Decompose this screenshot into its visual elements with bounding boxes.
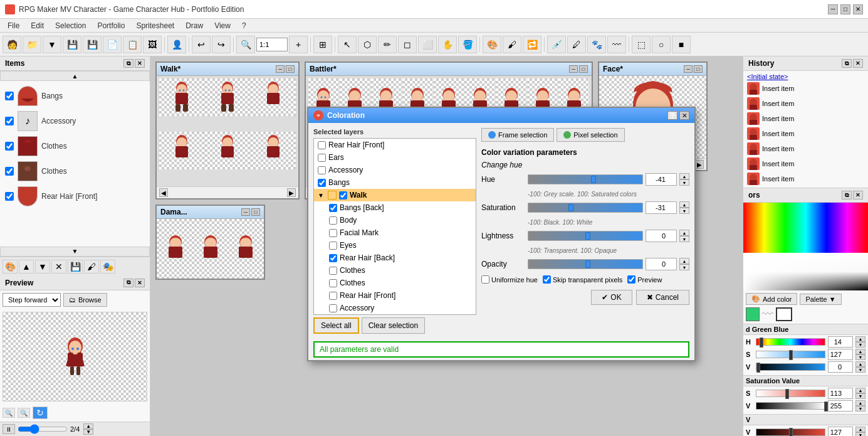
layer-item-rear-hair-front[interactable]: Rear Hair [Front] — [314, 139, 476, 151]
zoom-plus-button[interactable]: + — [289, 36, 308, 53]
play-button[interactable]: ↻ — [33, 407, 48, 419]
damage-restore[interactable]: □ — [251, 208, 260, 216]
s2-slider-track[interactable] — [756, 390, 825, 397]
layer-check-eyes[interactable] — [329, 242, 337, 250]
items-tool-up[interactable]: ▲ — [19, 260, 34, 274]
layer-check-accessory[interactable] — [318, 166, 326, 174]
preview-restore[interactable]: ⧉ — [123, 279, 133, 287]
h-up[interactable]: ▲ — [855, 336, 865, 342]
h-slider-track[interactable] — [756, 338, 825, 346]
lightness-slider-thumb[interactable] — [585, 232, 590, 240]
saturation-down-btn[interactable]: ▼ — [679, 208, 689, 214]
list-item-bangs[interactable]: Bangs — [3, 83, 147, 109]
walk-nav-left[interactable]: ◀ — [159, 188, 168, 197]
battler-restore[interactable]: □ — [579, 65, 588, 73]
menu-spritesheet[interactable]: Spritesheet — [131, 20, 179, 31]
circle-button[interactable]: ○ — [652, 36, 671, 53]
v2-slider-track[interactable] — [756, 402, 825, 410]
s-thumb[interactable] — [789, 350, 793, 360]
history-item-4[interactable]: Insert item — [745, 126, 867, 141]
layer-item-facial-mark[interactable]: Facial Mark — [314, 226, 476, 239]
zoom-out-preview[interactable]: 🔍 — [18, 408, 30, 418]
history-item-1[interactable]: Insert item — [745, 81, 867, 96]
opacity-value-input[interactable] — [646, 258, 677, 270]
minimize-button[interactable]: ─ — [828, 4, 838, 14]
v-thumb-1[interactable] — [756, 363, 760, 373]
grid-button[interactable]: ⊞ — [313, 36, 332, 53]
layer-check-ears[interactable] — [318, 154, 326, 162]
damage-minimize[interactable]: ─ — [241, 208, 250, 216]
save-as-button[interactable]: 💾 — [83, 36, 102, 53]
menu-help[interactable]: ? — [237, 20, 251, 31]
s2-up[interactable]: ▲ — [855, 388, 865, 393]
clear-selection-button[interactable]: Clear selection — [362, 317, 425, 334]
s-up[interactable]: ▲ — [855, 349, 865, 354]
skip-transparent-checkbox[interactable] — [543, 275, 551, 284]
checkbox-rear-hair[interactable] — [5, 192, 14, 201]
preview-close[interactable]: ✕ — [135, 279, 145, 287]
face-minimize[interactable]: ─ — [684, 65, 693, 73]
add-item-button[interactable]: 👤 — [167, 36, 186, 53]
smooth-button[interactable]: 〰 — [607, 36, 626, 53]
s-input[interactable] — [828, 349, 853, 360]
items-panel-restore[interactable]: ⧉ — [123, 59, 133, 68]
swatch-green[interactable] — [746, 307, 760, 321]
h-input[interactable] — [828, 336, 853, 348]
layer-item-clothes-2[interactable]: Clothes — [314, 277, 476, 289]
layer-check-bangs[interactable] — [318, 179, 326, 187]
items-tool-palette[interactable]: 🖌 — [84, 260, 99, 274]
lightness-value-input[interactable] — [646, 230, 677, 242]
layer-item-rear-hair-front-sub[interactable]: Rear Hair [Front] — [314, 289, 476, 302]
undo-button[interactable]: ↩ — [192, 36, 211, 53]
square-btn[interactable]: ■ — [672, 36, 691, 53]
layer-check-facial-mark[interactable] — [329, 229, 337, 237]
v3-down[interactable]: ▼ — [855, 432, 865, 436]
layer-item-rear-hair-back[interactable]: Rear Hair [Back] — [314, 252, 476, 264]
layer-item-bangs[interactable]: Bangs — [314, 176, 476, 189]
v3-slider-track[interactable] — [756, 428, 825, 436]
select-all-button[interactable]: Select all — [313, 317, 359, 334]
palette-button[interactable]: Palette ▼ — [800, 294, 841, 305]
items-tool-save[interactable]: 💾 — [68, 260, 83, 274]
stamp-button[interactable]: 🐾 — [587, 36, 606, 53]
v3-input[interactable] — [828, 427, 853, 436]
preview-timeline-slider[interactable] — [18, 424, 68, 434]
items-scroll-down[interactable]: ▼ — [0, 247, 150, 257]
folder-button[interactable]: 📋 — [123, 36, 142, 53]
layer-check-rear-hair-front-sub[interactable] — [329, 292, 337, 300]
colors-close[interactable]: ✕ — [853, 191, 863, 199]
layer-check-walk[interactable] — [339, 191, 347, 199]
list-item-accessory[interactable]: ♪ Accessory — [3, 109, 147, 134]
frame-up-btn[interactable]: ▲ — [83, 423, 93, 429]
save-all-button[interactable]: 📄 — [103, 36, 122, 53]
list-item-clothes1[interactable]: Clothes — [3, 134, 147, 159]
menu-view[interactable]: View — [209, 20, 236, 31]
add-color-button[interactable]: 🎨 Add color — [746, 293, 797, 305]
frame-selection-tab[interactable]: Frame selection — [481, 128, 554, 142]
checkbox-clothes1[interactable] — [5, 142, 14, 151]
history-item-7[interactable]: Insert item — [745, 171, 867, 186]
list-item-rear-hair[interactable]: Rear Hair [Front] — [3, 184, 147, 209]
hue-up-btn[interactable]: ▲ — [679, 173, 689, 179]
v-input-1[interactable] — [828, 361, 853, 373]
walk-nav-right[interactable]: ▶ — [287, 188, 296, 197]
v1-up[interactable]: ▲ — [855, 361, 865, 367]
history-item-3[interactable]: Insert item — [745, 111, 867, 126]
opacity-down-btn[interactable]: ▼ — [679, 264, 689, 270]
v1-down[interactable]: ▼ — [855, 367, 865, 373]
layer-item-walk[interactable]: ▼ Walk — [314, 189, 476, 201]
walk-restore[interactable]: □ — [286, 65, 295, 73]
preview-checkbox[interactable] — [627, 275, 635, 284]
hue-down-btn[interactable]: ▼ — [679, 179, 689, 186]
s2-down[interactable]: ▼ — [855, 393, 865, 399]
new-button[interactable]: 🧑 — [3, 36, 21, 53]
opacity-up-btn[interactable]: ▲ — [679, 258, 689, 264]
open-dropdown[interactable]: ▼ — [43, 36, 61, 53]
layer-item-body[interactable]: Body — [314, 214, 476, 226]
list-item-clothes2[interactable]: Clothes — [3, 159, 147, 184]
checkbox-clothes2[interactable] — [5, 167, 14, 176]
save-button[interactable]: 💾 — [63, 36, 81, 53]
history-initial-state[interactable]: <Initial state> — [745, 72, 790, 82]
redo-button[interactable]: ↪ — [212, 36, 231, 53]
history-restore[interactable]: ⧉ — [842, 59, 852, 68]
